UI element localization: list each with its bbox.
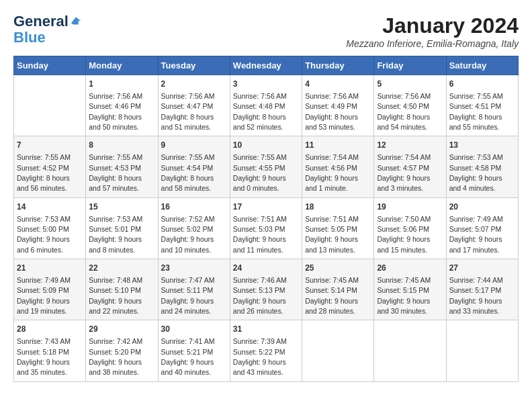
day-number: 25 xyxy=(305,263,371,274)
calendar-cell: 23Sunrise: 7:47 AM Sunset: 5:11 PM Dayli… xyxy=(158,259,230,320)
calendar-cell: 27Sunrise: 7:44 AM Sunset: 5:17 PM Dayli… xyxy=(446,259,518,320)
calendar-cell: 11Sunrise: 7:54 AM Sunset: 4:56 PM Dayli… xyxy=(302,136,374,197)
header-day-thursday: Thursday xyxy=(302,56,374,75)
calendar-cell: 1Sunrise: 7:56 AM Sunset: 4:46 PM Daylig… xyxy=(86,75,158,136)
day-info: Sunrise: 7:43 AM Sunset: 5:18 PM Dayligh… xyxy=(17,337,71,376)
calendar-cell: 31Sunrise: 7:39 AM Sunset: 5:22 PM Dayli… xyxy=(230,320,302,381)
page-header: General Blue January 2024 Mezzano Inferi… xyxy=(13,13,519,49)
day-number: 13 xyxy=(449,140,515,151)
calendar-cell: 19Sunrise: 7:50 AM Sunset: 5:06 PM Dayli… xyxy=(374,197,446,259)
header-row: SundayMondayTuesdayWednesdayThursdayFrid… xyxy=(14,56,519,75)
day-info: Sunrise: 7:55 AM Sunset: 4:52 PM Dayligh… xyxy=(17,153,71,192)
day-info: Sunrise: 7:49 AM Sunset: 5:07 PM Dayligh… xyxy=(449,215,503,254)
day-number: 10 xyxy=(233,140,299,151)
day-info: Sunrise: 7:45 AM Sunset: 5:14 PM Dayligh… xyxy=(305,276,359,315)
header-day-monday: Monday xyxy=(86,56,158,75)
calendar-cell: 13Sunrise: 7:53 AM Sunset: 4:58 PM Dayli… xyxy=(446,136,518,197)
calendar-cell: 28Sunrise: 7:43 AM Sunset: 5:18 PM Dayli… xyxy=(14,320,86,381)
day-number: 20 xyxy=(449,201,515,213)
location: Mezzano Inferiore, Emilia-Romagna, Italy xyxy=(346,38,519,49)
day-info: Sunrise: 7:42 AM Sunset: 5:20 PM Dayligh… xyxy=(89,337,142,376)
day-number: 19 xyxy=(377,201,443,213)
day-number: 24 xyxy=(233,263,299,274)
calendar-cell: 15Sunrise: 7:53 AM Sunset: 5:01 PM Dayli… xyxy=(86,197,158,259)
day-number: 8 xyxy=(89,140,154,151)
day-info: Sunrise: 7:53 AM Sunset: 5:00 PM Dayligh… xyxy=(17,215,71,254)
title-area: January 2024 Mezzano Inferiore, Emilia-R… xyxy=(346,13,519,49)
month-title: January 2024 xyxy=(346,13,519,38)
calendar-cell: 17Sunrise: 7:51 AM Sunset: 5:03 PM Dayli… xyxy=(230,197,302,259)
day-number: 7 xyxy=(17,140,83,151)
day-info: Sunrise: 7:44 AM Sunset: 5:17 PM Dayligh… xyxy=(449,276,503,315)
day-info: Sunrise: 7:51 AM Sunset: 5:03 PM Dayligh… xyxy=(233,215,287,254)
calendar-cell: 3Sunrise: 7:56 AM Sunset: 4:48 PM Daylig… xyxy=(230,75,302,136)
day-info: Sunrise: 7:55 AM Sunset: 4:51 PM Dayligh… xyxy=(449,92,503,131)
calendar-table: SundayMondayTuesdayWednesdayThursdayFrid… xyxy=(13,56,519,382)
calendar-cell: 16Sunrise: 7:52 AM Sunset: 5:02 PM Dayli… xyxy=(158,197,230,259)
day-number: 21 xyxy=(17,263,83,274)
day-info: Sunrise: 7:54 AM Sunset: 4:57 PM Dayligh… xyxy=(377,153,431,192)
calendar-cell: 14Sunrise: 7:53 AM Sunset: 5:00 PM Dayli… xyxy=(14,197,86,259)
day-info: Sunrise: 7:49 AM Sunset: 5:09 PM Dayligh… xyxy=(17,276,71,315)
day-number: 3 xyxy=(233,79,299,90)
day-number: 11 xyxy=(305,140,371,151)
day-info: Sunrise: 7:53 AM Sunset: 5:01 PM Dayligh… xyxy=(89,215,142,254)
day-number: 12 xyxy=(377,140,443,151)
calendar-cell: 7Sunrise: 7:55 AM Sunset: 4:52 PM Daylig… xyxy=(14,136,86,197)
day-info: Sunrise: 7:46 AM Sunset: 5:13 PM Dayligh… xyxy=(233,276,287,315)
logo: General Blue xyxy=(13,13,82,46)
day-number: 6 xyxy=(449,79,515,90)
day-info: Sunrise: 7:55 AM Sunset: 4:53 PM Dayligh… xyxy=(89,153,142,192)
header-day-wednesday: Wednesday xyxy=(230,56,302,75)
calendar-cell: 25Sunrise: 7:45 AM Sunset: 5:14 PM Dayli… xyxy=(302,259,374,320)
week-row-1: 7Sunrise: 7:55 AM Sunset: 4:52 PM Daylig… xyxy=(14,136,519,197)
calendar-body: 1Sunrise: 7:56 AM Sunset: 4:46 PM Daylig… xyxy=(14,75,519,382)
day-info: Sunrise: 7:48 AM Sunset: 5:10 PM Dayligh… xyxy=(89,276,142,315)
calendar-cell xyxy=(14,75,86,136)
day-number: 26 xyxy=(377,263,443,274)
week-row-0: 1Sunrise: 7:56 AM Sunset: 4:46 PM Daylig… xyxy=(14,75,519,136)
logo-text-blue: Blue xyxy=(13,30,46,46)
day-info: Sunrise: 7:55 AM Sunset: 4:55 PM Dayligh… xyxy=(233,153,287,192)
day-number: 5 xyxy=(377,79,443,90)
day-info: Sunrise: 7:56 AM Sunset: 4:49 PM Dayligh… xyxy=(305,92,359,131)
day-number: 15 xyxy=(89,201,154,213)
day-info: Sunrise: 7:51 AM Sunset: 5:05 PM Dayligh… xyxy=(305,215,359,254)
calendar-cell: 2Sunrise: 7:56 AM Sunset: 4:47 PM Daylig… xyxy=(158,75,230,136)
day-number: 22 xyxy=(89,263,154,274)
day-info: Sunrise: 7:55 AM Sunset: 4:54 PM Dayligh… xyxy=(161,153,215,192)
day-number: 1 xyxy=(89,79,154,90)
day-info: Sunrise: 7:39 AM Sunset: 5:22 PM Dayligh… xyxy=(233,337,287,376)
week-row-2: 14Sunrise: 7:53 AM Sunset: 5:00 PM Dayli… xyxy=(14,197,519,259)
calendar-cell: 21Sunrise: 7:49 AM Sunset: 5:09 PM Dayli… xyxy=(14,259,86,320)
logo-icon xyxy=(70,15,82,27)
calendar-cell: 8Sunrise: 7:55 AM Sunset: 4:53 PM Daylig… xyxy=(86,136,158,197)
week-row-3: 21Sunrise: 7:49 AM Sunset: 5:09 PM Dayli… xyxy=(14,259,519,320)
calendar-cell: 12Sunrise: 7:54 AM Sunset: 4:57 PM Dayli… xyxy=(374,136,446,197)
calendar-cell: 4Sunrise: 7:56 AM Sunset: 4:49 PM Daylig… xyxy=(302,75,374,136)
day-info: Sunrise: 7:56 AM Sunset: 4:50 PM Dayligh… xyxy=(377,92,431,131)
day-info: Sunrise: 7:47 AM Sunset: 5:11 PM Dayligh… xyxy=(161,276,215,315)
calendar-cell: 30Sunrise: 7:41 AM Sunset: 5:21 PM Dayli… xyxy=(158,320,230,381)
calendar-cell: 26Sunrise: 7:45 AM Sunset: 5:15 PM Dayli… xyxy=(374,259,446,320)
calendar-cell: 20Sunrise: 7:49 AM Sunset: 5:07 PM Dayli… xyxy=(446,197,518,259)
day-number: 31 xyxy=(233,324,299,335)
day-number: 16 xyxy=(161,201,227,213)
week-row-4: 28Sunrise: 7:43 AM Sunset: 5:18 PM Dayli… xyxy=(14,320,519,381)
calendar-cell: 29Sunrise: 7:42 AM Sunset: 5:20 PM Dayli… xyxy=(86,320,158,381)
day-number: 17 xyxy=(233,201,299,213)
day-number: 28 xyxy=(17,324,83,335)
day-info: Sunrise: 7:56 AM Sunset: 4:48 PM Dayligh… xyxy=(233,92,287,131)
day-info: Sunrise: 7:54 AM Sunset: 4:56 PM Dayligh… xyxy=(305,153,359,192)
calendar-cell xyxy=(374,320,446,381)
day-number: 29 xyxy=(89,324,154,335)
day-info: Sunrise: 7:50 AM Sunset: 5:06 PM Dayligh… xyxy=(377,215,431,254)
calendar-cell: 24Sunrise: 7:46 AM Sunset: 5:13 PM Dayli… xyxy=(230,259,302,320)
day-info: Sunrise: 7:52 AM Sunset: 5:02 PM Dayligh… xyxy=(161,215,215,254)
calendar-cell: 18Sunrise: 7:51 AM Sunset: 5:05 PM Dayli… xyxy=(302,197,374,259)
day-number: 2 xyxy=(161,79,227,90)
day-info: Sunrise: 7:56 AM Sunset: 4:46 PM Dayligh… xyxy=(89,92,142,131)
calendar-header: SundayMondayTuesdayWednesdayThursdayFrid… xyxy=(14,56,519,75)
calendar-cell: 22Sunrise: 7:48 AM Sunset: 5:10 PM Dayli… xyxy=(86,259,158,320)
header-day-friday: Friday xyxy=(374,56,446,75)
